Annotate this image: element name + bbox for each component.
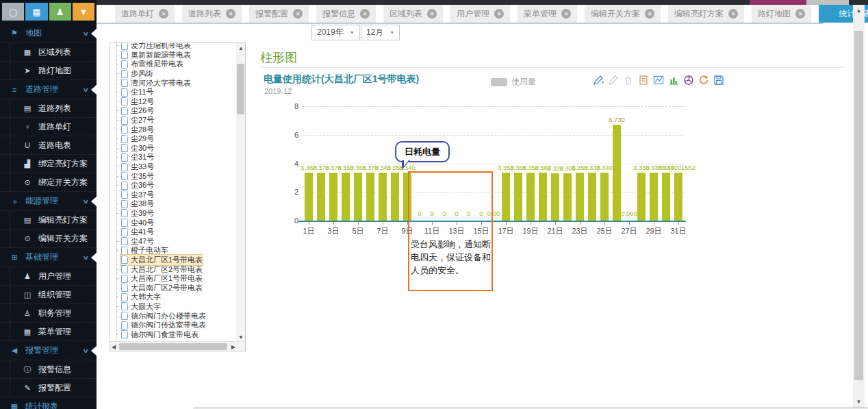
shield-button[interactable]: ▼	[73, 3, 94, 21]
tab-编辑开关方案[interactable]: 编辑开关方案✕	[585, 5, 661, 23]
user-button[interactable]: ♟	[49, 3, 71, 21]
tab-报警信息[interactable]: 报警信息✕	[316, 5, 376, 23]
tree-item-大昌北厂区1号带电表[interactable]: 大昌北厂区1号带电表	[110, 256, 236, 265]
sidebar-item-路灯地图[interactable]: ➤路灯地图	[0, 62, 97, 80]
bar-day-6日[interactable]	[366, 173, 374, 221]
tree-item-德尔阀门食堂带电表[interactable]: 德尔阀门食堂带电表	[110, 330, 236, 339]
scroll-left-icon[interactable]: ◀	[112, 344, 116, 350]
tree-item-尘26号[interactable]: 尘26号	[110, 106, 236, 116]
tree-item-尘37号[interactable]: 尘37号	[110, 190, 236, 200]
tree-item-尘11号[interactable]: 尘11号	[110, 88, 236, 97]
tab-菜单管理[interactable]: 菜单管理✕	[518, 5, 577, 23]
line-chart-icon[interactable]	[652, 74, 664, 86]
pie-chart-icon[interactable]	[682, 74, 694, 86]
bar-day-4日[interactable]	[342, 173, 350, 221]
tree-item-尘31号[interactable]: 尘31号	[110, 153, 236, 162]
sidebar-section-统计报表[interactable]: ▦统计报表	[0, 397, 97, 409]
tab-道路单灯[interactable]: 道路单灯✕	[115, 5, 175, 23]
close-icon[interactable]: ✕	[360, 9, 370, 18]
bar-day-22日[interactable]	[563, 173, 572, 221]
bar-day-17日[interactable]	[502, 173, 510, 221]
close-icon[interactable]: ✕	[728, 9, 738, 18]
tree-item-尘40号[interactable]: 尘40号	[110, 218, 236, 227]
tree-horizontal-scrollbar[interactable]: ◀ ▶	[110, 341, 246, 351]
close-icon[interactable]: ✕	[226, 9, 235, 18]
bar-day-29日[interactable]	[650, 173, 658, 221]
close-icon[interactable]: ✕	[645, 9, 654, 18]
tree-vertical-scrollbar[interactable]: ▲ ▼	[236, 43, 245, 343]
tree-item-漕河泾大字带电表[interactable]: 漕河泾大字带电表	[110, 78, 236, 88]
year-select[interactable]: 2019年 ▼	[311, 25, 360, 40]
sidebar-item-道路列表[interactable]: ▤道路列表	[0, 99, 97, 118]
close-icon[interactable]: ✕	[561, 9, 571, 18]
tree-item-布雷维尼带电表[interactable]: 布雷维尼带电表	[110, 60, 236, 69]
bar-day-8日[interactable]	[391, 173, 399, 221]
bar-day-20日[interactable]	[539, 173, 547, 221]
bar-day-18日[interactable]	[514, 173, 522, 221]
tree-item-爱力压缩机带电表[interactable]: 爱力压缩机带电表	[110, 42, 236, 51]
scroll-up-icon[interactable]: ▲	[238, 45, 244, 51]
bar-day-30日[interactable]	[662, 173, 670, 221]
tree-item-尘33号[interactable]: 尘33号	[110, 162, 236, 172]
bar-day-5日[interactable]	[354, 173, 362, 221]
close-icon[interactable]: ✕	[494, 9, 504, 18]
sidebar-item-绑定亮灯方案[interactable]: ▟绑定亮灯方案	[0, 155, 97, 173]
apps-grid-button[interactable]: ▦	[25, 3, 47, 21]
sidebar-item-区域列表[interactable]: ▦区域列表	[0, 43, 97, 62]
tab-区域列表[interactable]: 区域列表✕	[383, 5, 443, 23]
scroll-down-icon[interactable]: ▼	[853, 399, 865, 405]
bar-day-28日[interactable]	[637, 173, 646, 221]
tab-道路列表[interactable]: 道路列表✕	[182, 5, 242, 23]
sidebar-item-编辑亮灯方案[interactable]: ▤编辑亮灯方案	[0, 211, 97, 230]
bar-day-26日[interactable]	[613, 125, 621, 221]
tree-item-尘30号[interactable]: 尘30号	[110, 144, 236, 153]
tree-item-大昌北厂区2号带电表[interactable]: 大昌北厂区2号带电表	[110, 264, 236, 274]
data-view-icon[interactable]	[637, 74, 649, 86]
sidebar-item-用户管理[interactable]: ♟用户管理	[0, 267, 97, 286]
tree-item-大韩大字[interactable]: 大韩大字	[110, 293, 236, 302]
tab-编辑亮灯方案[interactable]: 编辑亮灯方案✕	[668, 5, 744, 23]
close-icon[interactable]: ✕	[427, 9, 437, 18]
bar-day-21日[interactable]	[551, 173, 559, 221]
sidebar-item-组织管理[interactable]: ◫组织管理	[0, 286, 97, 304]
scroll-right-icon[interactable]: ▶	[231, 344, 235, 350]
sidebar-item-道路单灯[interactable]: ♀道路单灯	[0, 118, 97, 136]
page-scrollbar-thumb[interactable]	[854, 31, 863, 380]
bar-day-31日[interactable]	[674, 173, 682, 221]
tree-item-大昌南厂区1号带电表[interactable]: 大昌南厂区1号带电表	[110, 274, 236, 284]
tree-item-大圆大字[interactable]: 大圆大字	[110, 302, 236, 312]
scroll-down-icon[interactable]: ▼	[238, 334, 244, 340]
brush-edit-icon[interactable]	[592, 74, 604, 86]
tree-item-尘28号[interactable]: 尘28号	[110, 125, 236, 134]
bar-day-2日[interactable]	[317, 173, 325, 221]
sidebar-item-编辑开关方案[interactable]: ⊙编辑开关方案	[0, 230, 97, 248]
tree-item-德尔阀门传达室带电表[interactable]: 德尔阀门传达室带电表	[110, 321, 236, 330]
tree-item-尘39号[interactable]: 尘39号	[110, 209, 236, 219]
sidebar-item-绑定开关方案[interactable]: ⊙绑定开关方案	[0, 173, 97, 192]
bar-day-24日[interactable]	[588, 173, 596, 221]
tree-item-大昌南厂区2号带电表[interactable]: 大昌南厂区2号带电表	[110, 283, 236, 293]
bar-day-3日[interactable]	[329, 173, 337, 221]
sidebar-section-能源管理[interactable]: »能源管理∨	[0, 192, 97, 211]
tree-item-尘35号[interactable]: 尘35号	[110, 171, 236, 181]
sidebar-item-道路电表[interactable]: U道路电表	[0, 136, 97, 155]
scroll-up-icon[interactable]: ▲	[853, 8, 865, 14]
tree-horizontal-scrollbar-thumb[interactable]	[119, 343, 227, 350]
tree-item-尘27号[interactable]: 尘27号	[110, 116, 236, 125]
sidebar-section-报警管理[interactable]: ◀报警管理∨	[0, 341, 97, 360]
tree-item-尘41号[interactable]: 尘41号	[110, 227, 236, 237]
close-icon[interactable]: ✕	[293, 9, 303, 18]
tab-报警配置[interactable]: 报警配置✕	[249, 5, 309, 23]
tree-item-步风街[interactable]: 步风街	[110, 69, 236, 79]
bar-day-1日[interactable]	[305, 173, 313, 221]
restore-refresh-icon[interactable]	[698, 74, 709, 86]
sidebar-section-地图[interactable]: ⚑地图∨	[0, 24, 97, 43]
page-scrollbar[interactable]: ▲ ▼	[853, 5, 865, 408]
close-icon[interactable]: ✕	[795, 9, 805, 18]
tree-item-德尔阀门办公楼带电表[interactable]: 德尔阀门办公楼带电表	[110, 311, 236, 321]
sidebar-section-道路管理[interactable]: ≡道路管理∨	[0, 80, 97, 99]
brush-disabled-icon[interactable]	[607, 74, 619, 86]
tab-路灯地图[interactable]: 路灯地图✕	[752, 5, 811, 23]
tree-item-尘12号[interactable]: 尘12号	[110, 97, 236, 107]
tree-item-尘38号[interactable]: 尘38号	[110, 199, 236, 209]
